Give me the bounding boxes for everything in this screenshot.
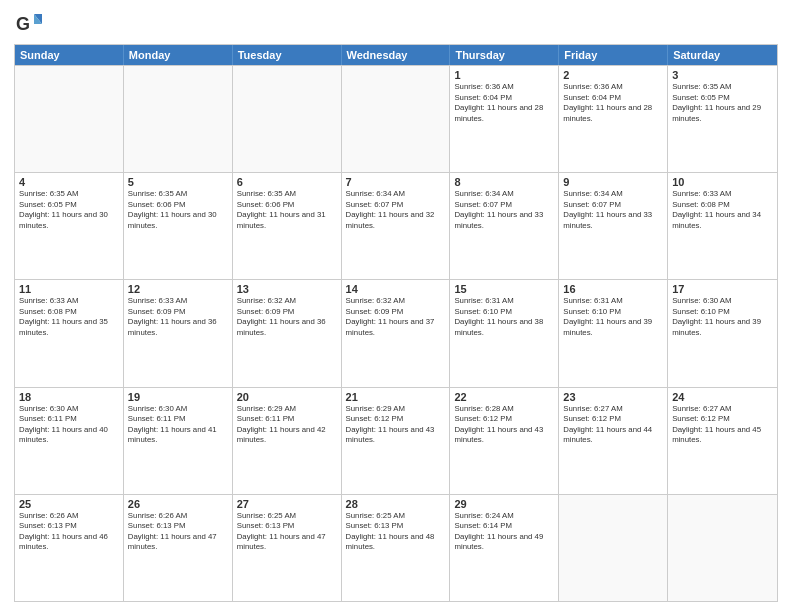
day-info: Sunrise: 6:30 AM Sunset: 6:10 PM Dayligh… — [672, 296, 773, 338]
day-number: 29 — [454, 498, 554, 510]
day-cell-13: 13Sunrise: 6:32 AM Sunset: 6:09 PM Dayli… — [233, 280, 342, 386]
day-number: 10 — [672, 176, 773, 188]
day-cell-25: 25Sunrise: 6:26 AM Sunset: 6:13 PM Dayli… — [15, 495, 124, 601]
day-number: 26 — [128, 498, 228, 510]
day-number: 12 — [128, 283, 228, 295]
calendar-week-4: 18Sunrise: 6:30 AM Sunset: 6:11 PM Dayli… — [15, 387, 777, 494]
day-number: 25 — [19, 498, 119, 510]
day-cell-7: 7Sunrise: 6:34 AM Sunset: 6:07 PM Daylig… — [342, 173, 451, 279]
day-cell-6: 6Sunrise: 6:35 AM Sunset: 6:06 PM Daylig… — [233, 173, 342, 279]
day-number: 3 — [672, 69, 773, 81]
day-number: 16 — [563, 283, 663, 295]
day-number: 14 — [346, 283, 446, 295]
day-info: Sunrise: 6:26 AM Sunset: 6:13 PM Dayligh… — [128, 511, 228, 553]
day-number: 8 — [454, 176, 554, 188]
day-info: Sunrise: 6:29 AM Sunset: 6:11 PM Dayligh… — [237, 404, 337, 446]
day-number: 23 — [563, 391, 663, 403]
cal-header-sunday: Sunday — [15, 45, 124, 65]
day-cell-10: 10Sunrise: 6:33 AM Sunset: 6:08 PM Dayli… — [668, 173, 777, 279]
day-cell-14: 14Sunrise: 6:32 AM Sunset: 6:09 PM Dayli… — [342, 280, 451, 386]
day-info: Sunrise: 6:32 AM Sunset: 6:09 PM Dayligh… — [346, 296, 446, 338]
day-info: Sunrise: 6:29 AM Sunset: 6:12 PM Dayligh… — [346, 404, 446, 446]
day-cell-22: 22Sunrise: 6:28 AM Sunset: 6:12 PM Dayli… — [450, 388, 559, 494]
day-info: Sunrise: 6:33 AM Sunset: 6:09 PM Dayligh… — [128, 296, 228, 338]
day-cell-18: 18Sunrise: 6:30 AM Sunset: 6:11 PM Dayli… — [15, 388, 124, 494]
cal-header-friday: Friday — [559, 45, 668, 65]
cal-header-monday: Monday — [124, 45, 233, 65]
day-number: 1 — [454, 69, 554, 81]
day-info: Sunrise: 6:30 AM Sunset: 6:11 PM Dayligh… — [128, 404, 228, 446]
svg-text:G: G — [16, 14, 30, 34]
cal-header-wednesday: Wednesday — [342, 45, 451, 65]
calendar-body: 1Sunrise: 6:36 AM Sunset: 6:04 PM Daylig… — [15, 65, 777, 601]
empty-cell — [124, 66, 233, 172]
day-number: 11 — [19, 283, 119, 295]
day-info: Sunrise: 6:24 AM Sunset: 6:14 PM Dayligh… — [454, 511, 554, 553]
day-info: Sunrise: 6:35 AM Sunset: 6:05 PM Dayligh… — [19, 189, 119, 231]
day-number: 28 — [346, 498, 446, 510]
day-info: Sunrise: 6:34 AM Sunset: 6:07 PM Dayligh… — [346, 189, 446, 231]
day-info: Sunrise: 6:35 AM Sunset: 6:05 PM Dayligh… — [672, 82, 773, 124]
day-info: Sunrise: 6:33 AM Sunset: 6:08 PM Dayligh… — [19, 296, 119, 338]
day-info: Sunrise: 6:33 AM Sunset: 6:08 PM Dayligh… — [672, 189, 773, 231]
day-info: Sunrise: 6:26 AM Sunset: 6:13 PM Dayligh… — [19, 511, 119, 553]
day-cell-24: 24Sunrise: 6:27 AM Sunset: 6:12 PM Dayli… — [668, 388, 777, 494]
logo: G — [14, 10, 46, 38]
day-number: 20 — [237, 391, 337, 403]
day-info: Sunrise: 6:36 AM Sunset: 6:04 PM Dayligh… — [454, 82, 554, 124]
day-number: 9 — [563, 176, 663, 188]
cal-header-thursday: Thursday — [450, 45, 559, 65]
empty-cell — [15, 66, 124, 172]
day-info: Sunrise: 6:27 AM Sunset: 6:12 PM Dayligh… — [672, 404, 773, 446]
cal-header-saturday: Saturday — [668, 45, 777, 65]
day-number: 22 — [454, 391, 554, 403]
day-number: 15 — [454, 283, 554, 295]
calendar-grid: SundayMondayTuesdayWednesdayThursdayFrid… — [14, 44, 778, 602]
day-cell-28: 28Sunrise: 6:25 AM Sunset: 6:13 PM Dayli… — [342, 495, 451, 601]
day-info: Sunrise: 6:25 AM Sunset: 6:13 PM Dayligh… — [237, 511, 337, 553]
day-info: Sunrise: 6:34 AM Sunset: 6:07 PM Dayligh… — [563, 189, 663, 231]
day-number: 7 — [346, 176, 446, 188]
day-number: 27 — [237, 498, 337, 510]
day-cell-2: 2Sunrise: 6:36 AM Sunset: 6:04 PM Daylig… — [559, 66, 668, 172]
day-info: Sunrise: 6:32 AM Sunset: 6:09 PM Dayligh… — [237, 296, 337, 338]
day-cell-3: 3Sunrise: 6:35 AM Sunset: 6:05 PM Daylig… — [668, 66, 777, 172]
day-number: 19 — [128, 391, 228, 403]
day-info: Sunrise: 6:31 AM Sunset: 6:10 PM Dayligh… — [563, 296, 663, 338]
empty-cell — [233, 66, 342, 172]
day-cell-11: 11Sunrise: 6:33 AM Sunset: 6:08 PM Dayli… — [15, 280, 124, 386]
calendar-week-2: 4Sunrise: 6:35 AM Sunset: 6:05 PM Daylig… — [15, 172, 777, 279]
calendar-week-5: 25Sunrise: 6:26 AM Sunset: 6:13 PM Dayli… — [15, 494, 777, 601]
empty-cell — [668, 495, 777, 601]
calendar-page: G SundayMondayTuesdayWednesdayThursdayFr… — [0, 0, 792, 612]
day-cell-20: 20Sunrise: 6:29 AM Sunset: 6:11 PM Dayli… — [233, 388, 342, 494]
calendar-week-3: 11Sunrise: 6:33 AM Sunset: 6:08 PM Dayli… — [15, 279, 777, 386]
day-info: Sunrise: 6:31 AM Sunset: 6:10 PM Dayligh… — [454, 296, 554, 338]
day-cell-4: 4Sunrise: 6:35 AM Sunset: 6:05 PM Daylig… — [15, 173, 124, 279]
day-number: 17 — [672, 283, 773, 295]
logo-icon: G — [14, 10, 42, 38]
calendar-header-row: SundayMondayTuesdayWednesdayThursdayFrid… — [15, 45, 777, 65]
day-cell-26: 26Sunrise: 6:26 AM Sunset: 6:13 PM Dayli… — [124, 495, 233, 601]
calendar-week-1: 1Sunrise: 6:36 AM Sunset: 6:04 PM Daylig… — [15, 65, 777, 172]
day-info: Sunrise: 6:34 AM Sunset: 6:07 PM Dayligh… — [454, 189, 554, 231]
day-number: 18 — [19, 391, 119, 403]
page-header: G — [14, 10, 778, 38]
day-cell-16: 16Sunrise: 6:31 AM Sunset: 6:10 PM Dayli… — [559, 280, 668, 386]
day-cell-17: 17Sunrise: 6:30 AM Sunset: 6:10 PM Dayli… — [668, 280, 777, 386]
cal-header-tuesday: Tuesday — [233, 45, 342, 65]
day-cell-9: 9Sunrise: 6:34 AM Sunset: 6:07 PM Daylig… — [559, 173, 668, 279]
empty-cell — [559, 495, 668, 601]
day-cell-1: 1Sunrise: 6:36 AM Sunset: 6:04 PM Daylig… — [450, 66, 559, 172]
day-info: Sunrise: 6:25 AM Sunset: 6:13 PM Dayligh… — [346, 511, 446, 553]
day-number: 13 — [237, 283, 337, 295]
day-cell-15: 15Sunrise: 6:31 AM Sunset: 6:10 PM Dayli… — [450, 280, 559, 386]
day-cell-29: 29Sunrise: 6:24 AM Sunset: 6:14 PM Dayli… — [450, 495, 559, 601]
day-number: 6 — [237, 176, 337, 188]
day-cell-5: 5Sunrise: 6:35 AM Sunset: 6:06 PM Daylig… — [124, 173, 233, 279]
day-info: Sunrise: 6:35 AM Sunset: 6:06 PM Dayligh… — [128, 189, 228, 231]
day-info: Sunrise: 6:27 AM Sunset: 6:12 PM Dayligh… — [563, 404, 663, 446]
day-info: Sunrise: 6:36 AM Sunset: 6:04 PM Dayligh… — [563, 82, 663, 124]
empty-cell — [342, 66, 451, 172]
day-cell-27: 27Sunrise: 6:25 AM Sunset: 6:13 PM Dayli… — [233, 495, 342, 601]
